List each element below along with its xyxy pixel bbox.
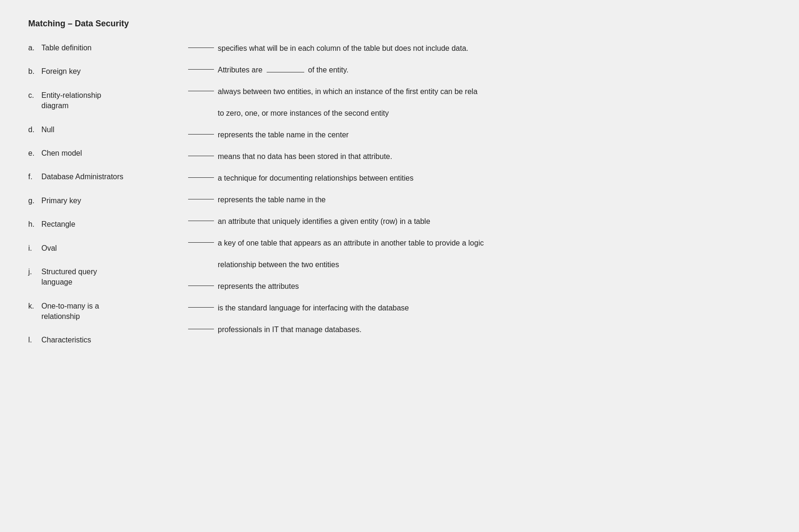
right-item: represents the table name in the xyxy=(188,194,771,206)
right-column: specifies what will be in each column of… xyxy=(188,43,771,346)
list-item: h. Rectangle xyxy=(28,219,160,230)
item-term: Null xyxy=(41,125,55,135)
item-term: Chen model xyxy=(41,148,82,159)
answer-blank[interactable] xyxy=(188,48,214,48)
list-item: i. Oval xyxy=(28,243,160,254)
list-item: b. Foreign key xyxy=(28,66,160,77)
right-text: Attributes are of the entity. xyxy=(218,64,771,76)
right-text: represents the table name in the center xyxy=(218,129,771,141)
item-term: Foreign key xyxy=(41,66,81,77)
right-item: represents the table name in the center xyxy=(188,129,771,141)
answer-blank[interactable] xyxy=(188,307,214,308)
right-text: represents the attributes xyxy=(218,281,771,292)
right-text: a technique for documenting relationship… xyxy=(218,173,771,184)
item-term: Rectangle xyxy=(41,219,75,230)
item-letter: j. xyxy=(28,267,41,288)
list-item: g. Primary key xyxy=(28,196,160,206)
answer-blank[interactable] xyxy=(188,91,214,91)
item-term: Table definition xyxy=(41,43,92,53)
item-letter: k. xyxy=(28,301,41,322)
answer-blank[interactable] xyxy=(188,242,214,243)
matching-container: a. Table definition b. Foreign key c. En… xyxy=(28,43,771,359)
list-item: c. Entity-relationshipdiagram xyxy=(28,90,160,111)
right-item: to zero, one, or more instances of the s… xyxy=(188,108,771,119)
right-item: a technique for documenting relationship… xyxy=(188,173,771,184)
item-term: Entity-relationshipdiagram xyxy=(41,90,101,111)
list-item: k. One-to-many is arelationship xyxy=(28,301,160,322)
right-text: represents the table name in the xyxy=(218,194,771,206)
item-term: Structured querylanguage xyxy=(41,267,97,288)
list-item: d. Null xyxy=(28,125,160,135)
left-column: a. Table definition b. Foreign key c. En… xyxy=(28,43,160,359)
right-text: relationship between the two entities xyxy=(188,259,771,270)
item-letter: f. xyxy=(28,172,41,182)
right-text: always between two entities, in which an… xyxy=(218,86,771,97)
right-text: an attribute that uniquely identifies a … xyxy=(218,216,771,227)
right-item: Attributes are of the entity. xyxy=(188,64,771,76)
item-term: One-to-many is arelationship xyxy=(41,301,99,322)
right-text: a key of one table that appears as an at… xyxy=(218,238,771,249)
right-item: always between two entities, in which an… xyxy=(188,86,771,97)
item-letter: i. xyxy=(28,243,41,254)
answer-blank[interactable] xyxy=(188,329,214,329)
right-item: specifies what will be in each column of… xyxy=(188,43,771,54)
answer-blank[interactable] xyxy=(188,134,214,135)
answer-blank[interactable] xyxy=(188,177,214,178)
item-term: Characteristics xyxy=(41,335,91,345)
page-title: Matching – Data Security xyxy=(28,19,771,29)
right-text: specifies what will be in each column of… xyxy=(218,43,771,54)
list-item: a. Table definition xyxy=(28,43,160,53)
item-term: Primary key xyxy=(41,196,81,206)
list-item: e. Chen model xyxy=(28,148,160,159)
inline-answer-blank[interactable] xyxy=(267,72,304,72)
item-letter: a. xyxy=(28,43,41,53)
answer-blank[interactable] xyxy=(188,286,214,286)
item-letter: e. xyxy=(28,148,41,159)
item-letter: c. xyxy=(28,90,41,111)
right-text: is the standard language for interfacing… xyxy=(218,302,771,314)
item-term: Oval xyxy=(41,243,57,254)
right-text: professionals in IT that manage database… xyxy=(218,324,771,335)
right-text: means that no data has been stored in th… xyxy=(218,151,771,162)
item-letter: g. xyxy=(28,196,41,206)
right-item: an attribute that uniquely identifies a … xyxy=(188,216,771,227)
right-item: professionals in IT that manage database… xyxy=(188,324,771,335)
right-text: to zero, one, or more instances of the s… xyxy=(188,108,771,119)
right-item: represents the attributes xyxy=(188,281,771,292)
answer-blank[interactable] xyxy=(188,221,214,221)
right-item: is the standard language for interfacing… xyxy=(188,302,771,314)
answer-blank[interactable] xyxy=(188,156,214,156)
list-item: f. Database Administrators xyxy=(28,172,160,182)
item-letter: h. xyxy=(28,219,41,230)
item-letter: l. xyxy=(28,335,41,345)
right-item: means that no data has been stored in th… xyxy=(188,151,771,162)
item-letter: d. xyxy=(28,125,41,135)
item-term: Database Administrators xyxy=(41,172,123,182)
right-item: a key of one table that appears as an at… xyxy=(188,238,771,249)
list-item: l. Characteristics xyxy=(28,335,160,345)
right-item: relationship between the two entities xyxy=(188,259,771,270)
answer-blank[interactable] xyxy=(188,199,214,199)
answer-blank[interactable] xyxy=(188,69,214,70)
page-container: Matching – Data Security a. Table defini… xyxy=(28,19,771,359)
item-letter: b. xyxy=(28,66,41,77)
list-item: j. Structured querylanguage xyxy=(28,267,160,288)
